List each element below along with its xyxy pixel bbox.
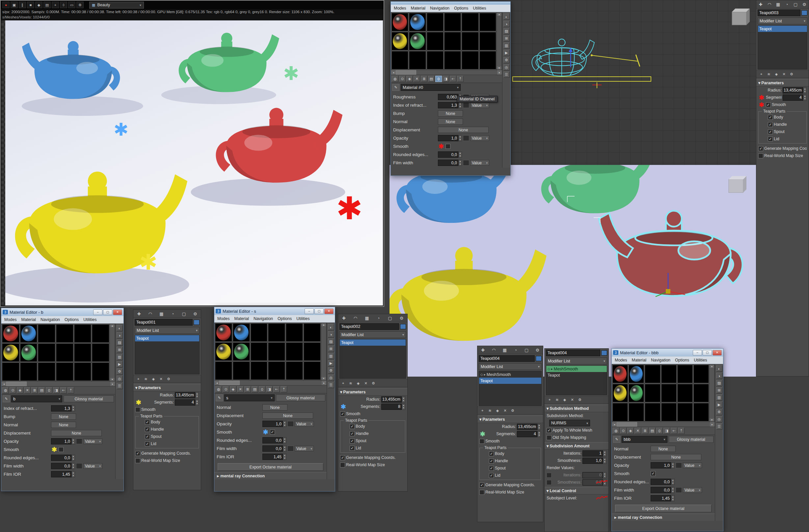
texture-slot[interactable] <box>76 439 82 444</box>
select-by-material-icon[interactable]: ◎ <box>117 376 123 382</box>
modifier-list-dropdown[interactable]: Modifier List▾ <box>479 363 541 370</box>
create-tab[interactable]: ✚ <box>479 348 487 353</box>
sample-type-icon[interactable]: ◐ <box>117 325 123 331</box>
spinner-up-icon[interactable]: ▴ <box>72 439 75 442</box>
material-slot[interactable] <box>462 13 478 31</box>
background-icon[interactable]: ▨ <box>117 339 123 346</box>
video-color-check-icon[interactable]: ▥ <box>716 394 722 401</box>
spinner-up-icon[interactable]: ▴ <box>72 463 75 466</box>
material-slot[interactable] <box>92 362 109 381</box>
show-end-result-icon[interactable]: ≋ <box>143 377 149 381</box>
spinner-value[interactable]: 1,45 <box>51 471 71 477</box>
create-tab[interactable]: ✚ <box>757 2 764 7</box>
material-slot[interactable] <box>409 13 426 31</box>
backlight-icon[interactable]: ◑ <box>117 332 123 339</box>
spinner-value[interactable]: 4 <box>517 431 537 437</box>
sample-type-icon[interactable]: ◐ <box>328 324 334 330</box>
value-spinner[interactable]: 0,0▴▾ <box>651 479 675 485</box>
menu-navigation[interactable]: Navigation <box>254 316 273 321</box>
spinner-up-icon[interactable]: ▴ <box>603 480 606 483</box>
material-slot[interactable] <box>38 324 55 343</box>
show-end-result-icon[interactable]: ≋ <box>487 409 493 413</box>
material-slot[interactable] <box>56 324 73 343</box>
spinner-value[interactable]: 0,0 <box>262 437 283 443</box>
modifier-stack-item[interactable]: Teapot <box>135 335 199 341</box>
spinner-up-icon[interactable]: ▴ <box>283 421 286 424</box>
remove-modifier-icon[interactable]: ✕ <box>502 409 508 413</box>
minimize-button[interactable]: ‒ <box>93 309 102 315</box>
spinner-value[interactable]: 4 <box>175 399 195 406</box>
material-slot[interactable] <box>479 13 496 31</box>
expand-icon[interactable]: ▸ <box>551 367 553 371</box>
checkbox[interactable]: ✓ <box>340 455 345 460</box>
make-unique-icon[interactable]: ◈ <box>495 409 500 413</box>
material-slot[interactable] <box>2 343 19 362</box>
maximize-button[interactable]: ▢ <box>103 309 112 315</box>
material-type-button[interactable]: Glossy material <box>64 395 114 402</box>
rendered-image[interactable]: ✱✱✱✱ <box>1 20 383 306</box>
render-pass-dropdown[interactable]: ▦ Beauty ▾ <box>89 2 144 8</box>
value-spinner[interactable]: 0,0▴▾ <box>651 487 675 493</box>
spinner-arrows[interactable]: ▴▾ <box>803 95 807 101</box>
material-slot[interactable] <box>251 342 268 361</box>
spinner-down-icon[interactable]: ▾ <box>538 427 541 430</box>
material-slot[interactable] <box>444 32 461 50</box>
checkbox[interactable] <box>547 480 552 485</box>
scroll-up-icon[interactable]: ▴ <box>497 13 501 16</box>
window-titlebar[interactable] <box>391 2 510 5</box>
checkbox[interactable]: ✓ <box>768 137 773 141</box>
spinner-value[interactable]: 13,455cm <box>783 87 803 93</box>
scroll-up-icon[interactable]: ▴ <box>110 324 115 327</box>
modify-tab[interactable]: ◠ <box>352 316 359 321</box>
utilities-tab[interactable]: ⚙ <box>534 348 541 353</box>
backlight-icon[interactable]: ◑ <box>716 373 722 379</box>
rollout-header[interactable]: ▾Parameters <box>338 388 407 396</box>
scroll-left-icon[interactable]: ◂ <box>2 381 6 386</box>
texture-slot[interactable] <box>288 446 294 451</box>
maximize-button[interactable]: ▢ <box>314 308 324 314</box>
spinner-down-icon[interactable]: ▾ <box>538 434 541 437</box>
modifier-list-dropdown[interactable]: Modifier List▾ <box>340 331 406 338</box>
material-slot[interactable] <box>613 384 628 402</box>
hierarchy-tab[interactable]: ▦ <box>501 348 509 353</box>
visibility-icon[interactable]: ◇ <box>480 373 483 376</box>
reset-map-icon[interactable]: ✕ <box>24 387 31 393</box>
material-slot[interactable] <box>251 323 268 342</box>
material-slot[interactable] <box>268 323 285 342</box>
checkbox[interactable]: ✓ <box>270 430 275 434</box>
configure-modifier-sets-icon[interactable]: ⚙ <box>577 398 583 402</box>
checkbox[interactable]: ✓ <box>489 473 494 478</box>
video-color-check-icon[interactable]: ▥ <box>503 42 510 49</box>
spinner-arrows[interactable]: ▴▾ <box>671 462 675 468</box>
region-icon[interactable]: ▭ <box>68 2 75 8</box>
value-spinner[interactable]: 8▴▾ <box>381 404 405 410</box>
hierarchy-tab[interactable]: ▦ <box>774 2 782 7</box>
select-by-material-icon[interactable]: ◎ <box>503 64 510 70</box>
scroll-thumb[interactable] <box>6 381 27 386</box>
value-spinner[interactable]: 1,45▴▾ <box>651 495 675 501</box>
make-unique-icon[interactable]: ≣ <box>244 386 251 392</box>
utilities-tab[interactable]: ⚙ <box>192 311 199 316</box>
material-slot[interactable] <box>20 324 37 343</box>
create-tab[interactable]: ✚ <box>135 311 142 316</box>
spinner-up-icon[interactable]: ▴ <box>671 479 674 482</box>
value-spinner[interactable]: 1,0▴▾ <box>583 458 606 464</box>
map-slot-button[interactable]: None <box>651 446 676 452</box>
material-map-navigator-icon[interactable]: ☰ <box>716 423 722 430</box>
map-slot-button[interactable]: None <box>51 430 102 436</box>
motion-tab[interactable]: ◔ <box>512 348 519 353</box>
object-color-swatch[interactable] <box>400 324 406 329</box>
spinner-value[interactable]: 0,0 <box>583 479 603 485</box>
pause-icon[interactable]: ∥ <box>19 2 26 8</box>
go-backward-icon[interactable]: ⇠ <box>450 76 457 82</box>
spinner-value[interactable]: 0 <box>583 472 603 478</box>
scroll-down-icon[interactable]: ▾ <box>110 378 115 381</box>
spinner-value[interactable]: 1,0 <box>438 135 458 141</box>
show-map-in-viewport-icon[interactable]: ◨ <box>443 76 449 82</box>
spinner-down-icon[interactable]: ▾ <box>459 138 462 141</box>
spinner-value[interactable]: 1 <box>583 450 603 457</box>
checkbox[interactable]: ✓ <box>350 431 355 436</box>
material-slot[interactable] <box>20 362 37 381</box>
material-slot[interactable] <box>38 362 55 381</box>
spinner-up-icon[interactable]: ▴ <box>603 458 606 461</box>
